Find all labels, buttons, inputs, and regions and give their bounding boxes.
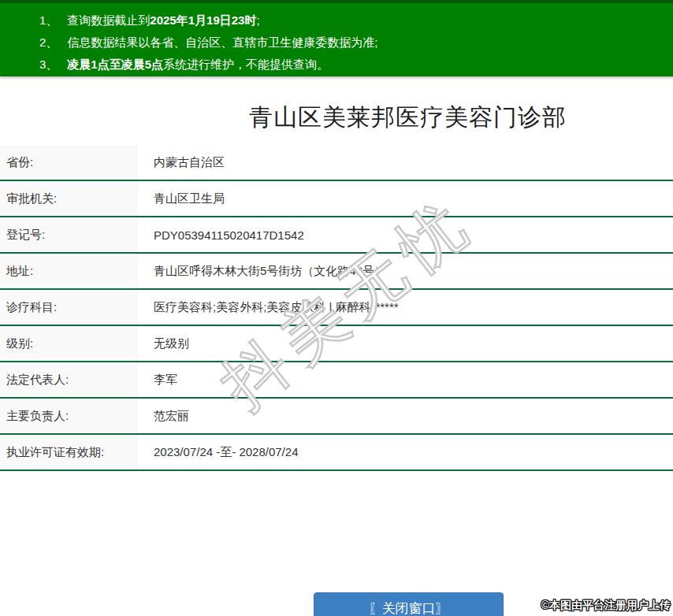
notice-text-normal: 查询数据截止到: [67, 13, 150, 27]
notice-item: 2、 信息数据结果以各省、自治区、直辖市卫生健康委数据为准;: [39, 32, 673, 54]
notice-number: 3、: [39, 54, 58, 76]
row-label: 审批机关:: [0, 181, 138, 216]
upload-credit: ©本图由平台注册用户上传: [541, 599, 671, 613]
notice-text-bold: 2025年1月19日23时: [150, 13, 256, 27]
row-label: 法定代表人:: [0, 362, 138, 397]
table-row-address: 地址: 青山区呼得木林大街5号街坊（文化路43号）: [0, 254, 673, 290]
table-row-license-validity: 执业许可证有效期: 2023/07/24 -至- 2028/07/24: [0, 435, 673, 471]
row-value: 李军: [138, 362, 673, 397]
notice-text: 凌晨1点至凌晨5点系统进行维护，不能提供查询。: [67, 54, 329, 76]
row-value: 内蒙古自治区: [138, 145, 673, 180]
row-value: 青山区呼得木林大街5号街坊（文化路43号）: [138, 254, 673, 288]
notice-text-normal: 信息数据结果以各省、自治区、直辖市卫生健康委数据为准;: [67, 35, 377, 49]
table-row-principal: 主要负责人: 范宏丽: [0, 399, 673, 435]
table-row-legal-representative: 法定代表人: 李军: [0, 362, 673, 399]
row-value: 无级别: [138, 326, 673, 361]
page-title: 青山区美莱邦医疗美容门诊部: [0, 102, 673, 134]
row-value: 青山区卫生局: [138, 181, 673, 216]
row-value: 医疗美容科;美容外科;美容皮肤科 | 麻醉科******: [138, 290, 673, 325]
row-label: 登记号:: [0, 217, 138, 252]
notice-item: 3、 凌晨1点至凌晨5点系统进行维护，不能提供查询。: [39, 54, 673, 76]
notice-text: 信息数据结果以各省、自治区、直辖市卫生健康委数据为准;: [67, 32, 377, 54]
close-window-button[interactable]: 〖关闭窗口〗: [314, 592, 504, 616]
info-table: 省份: 内蒙古自治区 审批机关: 青山区卫生局 登记号: PDY05394115…: [0, 145, 673, 471]
row-label: 执业许可证有效期:: [0, 435, 138, 469]
row-value: PDY05394115020417D1542: [138, 217, 673, 252]
row-label: 省份:: [0, 145, 138, 180]
notice-text-bold: 凌晨1点至凌晨5点: [67, 58, 163, 71]
notice-banner: 1、 查询数据截止到2025年1月19日23时; 2、 信息数据结果以各省、自治…: [0, 0, 673, 76]
row-label: 级别:: [0, 326, 138, 361]
page-container: 1、 查询数据截止到2025年1月19日23时; 2、 信息数据结果以各省、自治…: [0, 0, 673, 616]
row-value: 范宏丽: [138, 399, 673, 433]
row-label: 地址:: [0, 254, 138, 288]
notice-text-normal: 系统进行维护，不能提供查询。: [163, 58, 329, 71]
table-row-level: 级别: 无级别: [0, 326, 673, 362]
notice-item: 1、 查询数据截止到2025年1月19日23时;: [39, 9, 673, 32]
row-label: 诊疗科目:: [0, 290, 138, 325]
table-row-approval-authority: 审批机关: 青山区卫生局: [0, 181, 673, 217]
table-row-treatment-subjects: 诊疗科目: 医疗美容科;美容外科;美容皮肤科 | 麻醉科******: [0, 290, 673, 326]
notice-number: 1、: [39, 9, 58, 32]
table-row-registration-number: 登记号: PDY05394115020417D1542: [0, 217, 673, 254]
notice-text: 查询数据截止到2025年1月19日23时;: [67, 9, 259, 32]
notice-number: 2、: [39, 32, 58, 54]
row-label: 主要负责人:: [0, 399, 138, 433]
notice-text-normal: ;: [256, 13, 259, 27]
row-value: 2023/07/24 -至- 2028/07/24: [138, 435, 673, 469]
table-row-province: 省份: 内蒙古自治区: [0, 145, 673, 181]
